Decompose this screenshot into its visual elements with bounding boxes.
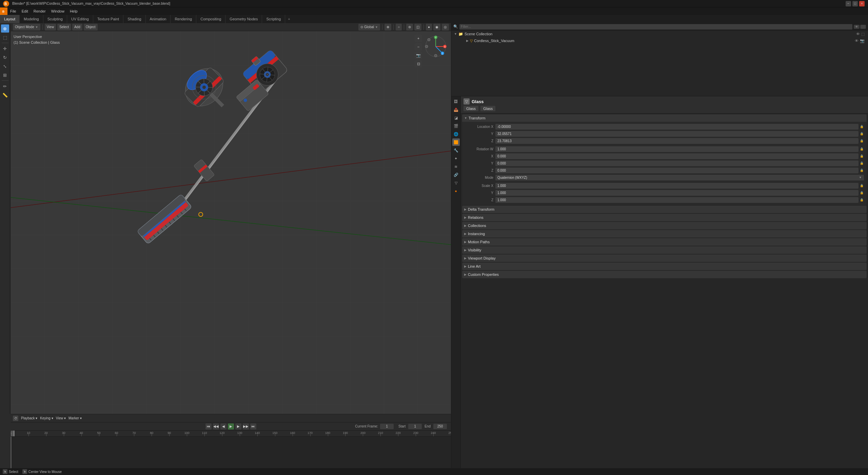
outliner-select-icon[interactable]: ⬚ — [861, 32, 865, 36]
tab-rendering[interactable]: Rendering — [171, 15, 196, 23]
viewport-xray-toggle[interactable]: ◫ — [414, 24, 421, 31]
tab-shading[interactable]: Shading — [123, 15, 145, 23]
viewport-select-menu[interactable]: Select — [57, 24, 71, 31]
transform-section-header[interactable]: ▼ Transform — [462, 114, 867, 122]
viewport-shading-rendered[interactable]: ◎ — [442, 24, 449, 31]
rotation-z-input[interactable]: 0.000 — [495, 168, 859, 173]
tab-layout[interactable]: Layout — [0, 15, 20, 23]
viewport-proportional-toggle[interactable]: ○ — [396, 24, 402, 31]
menu-edit[interactable]: Edit — [19, 7, 31, 15]
motion-paths-header[interactable]: ▶ Motion Paths — [462, 238, 867, 246]
tab-modeling[interactable]: Modeling — [20, 15, 43, 23]
location-z-input[interactable]: 23.70813 — [495, 138, 859, 144]
viewport-snap-toggle[interactable]: ⊕ — [384, 24, 391, 31]
rotation-w-input[interactable]: 1.000 — [495, 146, 859, 152]
tool-transform[interactable]: ⊞ — [1, 71, 9, 79]
prop-tab-output[interactable]: 📤 — [452, 106, 460, 113]
timeline-keying-menu[interactable]: Keying ▾ — [40, 416, 53, 420]
prop-tab-render[interactable]: 🖼 — [452, 98, 460, 105]
tab-scripting[interactable]: Scripting — [262, 15, 285, 23]
line-art-header[interactable]: ▶ Line Art — [462, 263, 867, 270]
timeline-end-input[interactable]: 250 — [433, 424, 447, 429]
tool-cursor[interactable]: ⊕ — [1, 24, 9, 33]
viewport-shading-material[interactable]: ◉ — [433, 24, 440, 31]
tab-add[interactable]: + — [285, 17, 293, 21]
timeline-prev-keyframe[interactable]: ◀◀ — [213, 423, 219, 430]
outliner-search-input[interactable] — [459, 24, 852, 30]
navigation-gizmo[interactable]: Y X Z — [424, 35, 448, 58]
tool-scale[interactable]: ⤡ — [1, 62, 9, 70]
scale-y-lock[interactable]: 🔒 — [859, 190, 864, 196]
scale-x-lock[interactable]: 🔒 — [859, 183, 864, 189]
viewport-add-menu[interactable]: Add — [72, 24, 82, 31]
tab-compositing[interactable]: Compositing — [196, 15, 225, 23]
visibility-header[interactable]: ▶ Visibility — [462, 246, 867, 254]
vacuum-render-icon[interactable]: 📷 — [860, 39, 865, 43]
prop-tab-material[interactable]: ● — [452, 187, 460, 195]
timeline-view-menu[interactable]: View ▾ — [56, 416, 66, 420]
current-frame-marker[interactable] — [11, 431, 14, 436]
custom-properties-header[interactable]: ▶ Custom Properties — [462, 271, 867, 278]
tool-rotate[interactable]: ↻ — [1, 53, 9, 61]
timeline-next-keyframe[interactable]: ▶▶ — [243, 423, 249, 430]
viewport-display-header[interactable]: ▶ Viewport Display — [462, 254, 867, 262]
rotation-y-input[interactable]: 0.000 — [495, 160, 859, 166]
instancing-header[interactable]: ▶ Instancing — [462, 230, 867, 238]
timeline-current-frame-input[interactable]: 1 — [380, 424, 394, 429]
tab-sculpting[interactable]: Sculpting — [43, 15, 67, 23]
prop-tab-world[interactable]: 🌐 — [452, 130, 460, 138]
rotation-x-input[interactable]: 0.000 — [495, 153, 859, 159]
location-y-lock[interactable]: 🔒 — [859, 131, 864, 137]
outliner-item-scene-collection[interactable]: ▼ 📁 Scene Collection 👁 ⬚ — [451, 31, 868, 37]
menu-window[interactable]: Window — [48, 7, 67, 15]
prop-tab-modifier[interactable]: 🔧 — [452, 147, 460, 154]
timeline-jump-end[interactable]: ⏭ — [250, 423, 256, 430]
zoom-out-btn[interactable]: − — [415, 43, 422, 51]
timeline-start-input[interactable]: 1 — [408, 424, 422, 429]
timeline-marker-menu[interactable]: Marker ▾ — [68, 416, 82, 420]
outliner-item-vacuum[interactable]: ▶ ▽ Cordless_Stick_Vacuum 👁 📷 — [457, 37, 868, 44]
viewport-shading-solid[interactable]: ● — [426, 24, 432, 31]
outliner-filter-select[interactable]: ⬚ — [860, 25, 866, 29]
outliner-eye-icon[interactable]: 👁 — [856, 32, 860, 36]
collections-header[interactable]: ▶ Collections — [462, 222, 867, 229]
rotation-z-lock[interactable]: 🔒 — [859, 168, 864, 173]
scale-z-lock[interactable]: 🔒 — [859, 197, 864, 203]
prop-tab-view-layer[interactable]: ◪ — [452, 114, 460, 121]
timeline-prev-frame[interactable]: ◀ — [220, 423, 226, 430]
tab-uv-editing[interactable]: UV Editing — [67, 15, 93, 23]
scale-x-input[interactable]: 1.000 — [495, 183, 859, 189]
prop-tab-scene[interactable]: 🎬 — [452, 122, 460, 130]
rotation-x-lock[interactable]: 🔒 — [859, 153, 864, 159]
rotation-w-lock[interactable]: 🔒 — [859, 146, 864, 152]
view-camera-btn[interactable]: 📷 — [415, 52, 422, 59]
viewport-mode-select[interactable]: Object Mode▼ — [13, 24, 40, 31]
location-z-lock[interactable]: 🔒 — [859, 138, 864, 144]
rotation-y-lock[interactable]: 🔒 — [859, 160, 864, 166]
timeline-jump-start[interactable]: ⏮ — [205, 423, 212, 430]
viewport-pivot-select[interactable]: ⊙ Global ▼ — [358, 24, 380, 31]
menu-render[interactable]: Render — [31, 7, 48, 15]
tool-measure[interactable]: 📏 — [1, 91, 9, 99]
location-x-input[interactable]: -0.00000 — [495, 124, 859, 130]
timeline-play[interactable]: ▶ — [228, 423, 234, 430]
window-close[interactable]: × — [859, 1, 865, 6]
vacuum-eye-icon[interactable]: 👁 — [855, 39, 859, 43]
prop-tab-particles[interactable]: ✦ — [452, 155, 460, 162]
scale-y-input[interactable]: 1.000 — [495, 190, 859, 196]
outliner-filter-icon[interactable]: 👁 — [854, 25, 860, 29]
relations-header[interactable]: ▶ Relations — [462, 214, 867, 221]
tab-texture-paint[interactable]: Texture Paint — [93, 15, 123, 23]
tool-select-box[interactable]: ⬚ — [1, 33, 9, 41]
location-y-input[interactable]: 32.05571 — [495, 131, 859, 137]
tool-annotate[interactable]: ✏ — [1, 82, 9, 90]
viewport-object-menu[interactable]: Object — [84, 24, 98, 31]
view-all-btn[interactable]: ⊡ — [415, 60, 422, 68]
rotation-mode-select[interactable]: Quaternion (WXYZ) ▼ — [495, 175, 864, 180]
menu-help[interactable]: Help — [67, 7, 80, 15]
location-x-lock[interactable]: 🔒 — [859, 124, 864, 130]
prop-tab-constraints[interactable]: 🔗 — [452, 171, 460, 178]
zoom-in-btn[interactable]: + — [415, 35, 422, 42]
active-object-name-field[interactable]: Glass — [463, 106, 478, 111]
viewport-view-menu[interactable]: View — [45, 24, 56, 31]
